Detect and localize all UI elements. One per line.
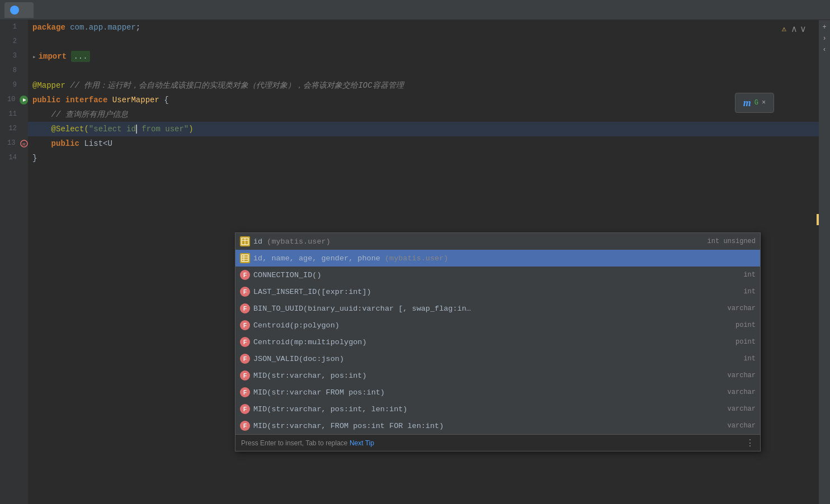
gutter-line-14: 14 [0,151,28,165]
autocomplete-item-10[interactable]: FMID(str:varchar, pos:int, len:int)varch… [235,401,760,417]
autocomplete-item-type: varchar [711,305,756,312]
autocomplete-item-name: LAST_INSERT_ID([expr:int]) [253,288,708,296]
code-line-9: @Mapper // 作用：运行时，会自动生成该接口的实现类对象（代理对象），会… [28,78,819,93]
autocomplete-item-name: MID(str:varchar, pos:int) [253,372,708,380]
code-line-14: } [28,151,819,165]
gutter-line-11: 11 [0,107,28,122]
warning-icon: ⚠ [782,24,786,34]
svg-rect-7 [242,255,248,261]
code-line-10: public interface UserMapper { [28,93,819,107]
code-line-2 [28,35,819,49]
code-line-8 [28,64,819,78]
right-scrollbar[interactable]: + › ‹ [819,20,830,504]
tab-bar [0,0,830,20]
autocomplete-item-9[interactable]: FMID(str:varchar FROM pos:int)varchar [235,384,760,401]
warning-bar: ⚠ ∧ ∨ [782,23,807,34]
autocomplete-item-type: int [711,271,756,279]
autocomplete-item-icon: F [240,354,250,364]
autocomplete-item-name: MID(str:varchar, FROM pos:int FOR len:in… [253,422,708,430]
autocomplete-item-type: varchar [711,388,756,396]
autocomplete-item-8[interactable]: FMID(str:varchar, pos:int)varchar [235,367,760,384]
autocomplete-item-type: int [711,355,756,363]
autocomplete-item-icon: F [240,287,250,297]
autocomplete-item-type: point [711,338,756,346]
svg-text:R: R [22,142,26,147]
autocomplete-item-3[interactable]: FLAST_INSERT_ID([expr:int])int [235,283,760,300]
autocomplete-item-icon: F [240,421,250,431]
gutter-line-3: 3 [0,49,28,64]
autocomplete-footer: Press Enter to insert, Tab to replace Ne… [235,434,760,451]
autocomplete-item-6[interactable]: FCentroid(mp:multipolygon)point [235,334,760,350]
autocomplete-item-name: id (mybatis.user) [253,237,704,246]
gutter-line-9: 9 [0,78,28,93]
autocomplete-item-11[interactable]: FMID(str:varchar, FROM pos:int FOR len:i… [235,417,760,434]
autocomplete-item-type: point [711,321,756,329]
autocomplete-item-icon: F [240,337,250,347]
autocomplete-item-icon: F [240,404,250,414]
code-line-12: @Select("select id from user") [28,122,819,136]
autocomplete-item-2[interactable]: FCONNECTION_ID()int [235,267,760,283]
nav-up-button[interactable]: ∧ [791,23,798,34]
editor-container: 1238910111213R14 ⚠ ∧ ∨ m G × package com… [0,20,830,504]
autocomplete-item-type: varchar [711,422,756,430]
gutter-line-8: 8 [0,64,28,78]
code-line-13: public List<U [28,136,819,151]
autocomplete-item-name: CONNECTION_ID() [253,271,708,279]
autocomplete-item-name: BIN_TO_UUID(binary_uuid:varchar [, swap_… [253,305,708,313]
gutter-refactor-icon[interactable]: R [20,139,28,148]
autocomplete-item-name: JSON_VALID(doc:json) [253,355,708,363]
autocomplete-item-type: int unsigned [708,237,756,245]
code-line-1: package com.app.mapper; [28,20,819,35]
autocomplete-item-icon [240,236,250,246]
gutter-line-12: 12 [0,122,28,136]
autocomplete-item-5[interactable]: FCentroid(p:polygon)point [235,317,760,334]
autocomplete-item-icon: F [240,270,250,280]
autocomplete-hint: Press Enter to insert, Tab to replace Ne… [241,439,374,447]
autocomplete-item-name: id, name, age, gender, phone (mybatis.us… [253,254,708,263]
scroll-up-button[interactable]: + [819,22,829,32]
autocomplete-item-type: varchar [711,372,756,379]
gutter-line-2: 2 [0,35,28,49]
autocomplete-item-4[interactable]: FBIN_TO_UUID(binary_uuid:varchar [, swap… [235,300,760,317]
code-line-3: ▸import ... [28,49,819,64]
autocomplete-popup[interactable]: id (mybatis.user)int unsignedid, name, a… [235,232,761,451]
autocomplete-item-7[interactable]: FJSON_VALID(doc:json)int [235,350,760,367]
line-gutter: 1238910111213R14 [0,20,28,504]
autocomplete-item-icon: F [240,387,250,397]
warning-stripe-indicator [817,214,819,225]
gutter-line-10: 10 [0,93,28,107]
autocomplete-item-icon: F [240,320,250,330]
tab-file-icon [10,6,19,15]
autocomplete-item-type: int [711,288,756,296]
autocomplete-item-name: Centroid(p:polygon) [253,321,708,330]
nav-down-button[interactable]: ∨ [800,23,807,34]
next-tip-button[interactable]: Next Tip [350,439,374,447]
autocomplete-item-name: Centroid(mp:multipolygon) [253,338,708,346]
editor-content[interactable]: ⚠ ∧ ∨ m G × package com.app.mapper;▸impo… [28,20,819,504]
autocomplete-item-0[interactable]: id (mybatis.user)int unsigned [235,233,760,250]
autocomplete-item-name: MID(str:varchar, pos:int, len:int) [253,405,708,413]
autocomplete-more-button[interactable]: ⋮ [746,438,754,448]
autocomplete-item-icon [240,253,250,263]
scroll-down-button[interactable]: ‹ [819,45,829,55]
autocomplete-item-name: MID(str:varchar FROM pos:int) [253,388,708,397]
autocomplete-item-icon: F [240,303,250,313]
autocomplete-item-1[interactable]: id, name, age, gender, phone (mybatis.us… [235,250,760,267]
gutter-line-13: 13R [0,136,28,151]
editor-tab[interactable] [4,2,34,18]
scroll-right-button[interactable]: › [819,34,829,44]
code-line-11: // 查询所有用户信息 [28,107,819,122]
autocomplete-item-type: varchar [711,405,756,413]
autocomplete-item-icon: F [240,370,250,381]
gutter-line-1: 1 [0,20,28,35]
gutter-run-icon[interactable] [20,96,28,104]
